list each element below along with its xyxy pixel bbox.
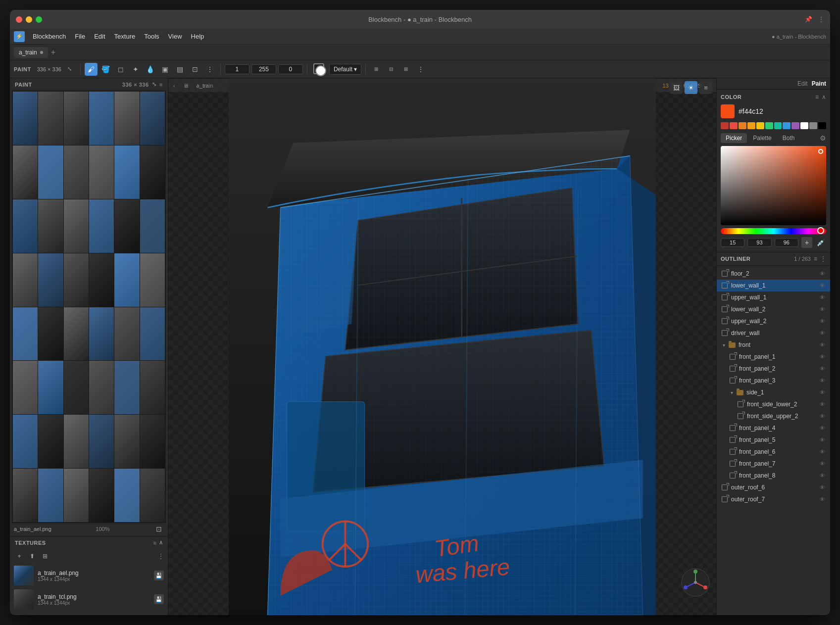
overlay-tool[interactable]: ▤ — [174, 63, 187, 76]
s-input[interactable] — [747, 238, 771, 247]
outliner-row-fp6[interactable]: front_panel_6 👁 — [717, 446, 830, 458]
default-mode-selector[interactable]: Default ▾ — [329, 64, 361, 75]
palette-0[interactable] — [721, 122, 729, 129]
outliner-row-fsl2[interactable]: front_side_lower_2 👁 — [717, 398, 830, 410]
menu-file[interactable]: File — [71, 31, 89, 42]
outliner-row-lower-wall2[interactable]: lower_wall_2 👁 — [717, 303, 830, 315]
textures-more[interactable]: ⋮ — [158, 553, 164, 560]
visibility-fp5[interactable]: 👁 — [818, 436, 826, 444]
eraser-tool[interactable]: ◻ — [114, 63, 127, 76]
visibility-fp2[interactable]: 👁 — [818, 365, 826, 373]
visibility-front[interactable]: 👁 — [818, 341, 826, 349]
tab-atrain[interactable]: a_train — [14, 47, 48, 58]
outliner-row-fp8[interactable]: front_panel_8 👁 — [717, 470, 830, 481]
palette-9[interactable] — [800, 122, 808, 129]
view-mode-btn-2[interactable]: ⊟ — [385, 63, 397, 76]
outliner-row-side1-group[interactable]: ▾ side_1 👁 — [717, 386, 830, 398]
background-color[interactable] — [315, 65, 326, 76]
palette-5[interactable] — [765, 122, 773, 129]
clone-tool[interactable]: ✦ — [129, 63, 142, 76]
panel-options[interactable]: ≡ — [159, 82, 163, 88]
visibility-fsl2[interactable]: 👁 — [818, 400, 826, 408]
image-view-btn[interactable]: 🖼 — [670, 81, 683, 94]
visibility-upper-wall2[interactable]: 👁 — [818, 317, 826, 325]
grid-texture-btn[interactable]: ⊞ — [40, 551, 50, 562]
menu-view[interactable]: View — [164, 31, 186, 42]
texture-canvas[interactable] — [12, 91, 166, 523]
maximize-button[interactable] — [36, 16, 42, 23]
outliner-row-or7[interactable]: outer_roof_7 👁 — [717, 493, 830, 505]
color-options[interactable]: ≡ — [815, 94, 819, 100]
texture-item-0[interactable]: a_train_ael.png 1344 x 1344px 💾 — [10, 564, 168, 587]
palette-6[interactable] — [774, 122, 782, 129]
palette-10[interactable] — [809, 122, 817, 129]
expand-canvas-btn[interactable]: ⊡ — [154, 524, 164, 534]
both-tab[interactable]: Both — [778, 133, 800, 143]
visibility-or7[interactable]: 👁 — [818, 495, 826, 503]
palette-8[interactable] — [791, 122, 799, 129]
sun-btn[interactable]: ☀ — [685, 81, 697, 94]
visibility-fp7[interactable]: 👁 — [818, 460, 826, 468]
textures-chevron[interactable]: ∧ — [159, 539, 163, 546]
menu-help[interactable]: Help — [187, 31, 208, 42]
eyedropper-btn[interactable]: 💉 — [815, 237, 826, 248]
palette-7[interactable] — [783, 122, 791, 129]
visibility-upper-wall1[interactable]: 👁 — [818, 293, 826, 301]
outliner-row-front-panel1[interactable]: front_panel_1 👁 — [717, 351, 830, 363]
texture-item-1[interactable]: a_train_tcl.png 1344 x 1344px 💾 — [10, 587, 168, 611]
visibility-fsu2[interactable]: 👁 — [818, 412, 826, 420]
minimize-button[interactable] — [26, 16, 32, 23]
visibility-or6[interactable]: 👁 — [818, 483, 826, 491]
palette-tab[interactable]: Palette — [748, 133, 776, 143]
palette-2[interactable] — [739, 122, 746, 129]
visibility-fp4[interactable]: 👁 — [818, 424, 826, 432]
outliner-more[interactable]: ⋮ — [820, 255, 826, 262]
color-chevron[interactable]: ∧ — [822, 94, 826, 100]
menu-edit[interactable]: Edit — [90, 31, 109, 42]
h-input[interactable] — [721, 238, 744, 247]
tab-paint[interactable]: Paint — [812, 80, 826, 87]
more-icon[interactable]: ⋮ — [818, 16, 824, 23]
save-texture-1[interactable]: 💾 — [154, 594, 164, 604]
size-input-1[interactable] — [225, 64, 249, 74]
import-texture-btn[interactable]: ⬆ — [27, 551, 38, 562]
more-tools[interactable]: ⋮ — [203, 63, 216, 76]
outliner-row-driver-wall[interactable]: driver_wall 👁 — [717, 327, 830, 339]
outliner-row-fp7[interactable]: front_panel_7 👁 — [717, 458, 830, 470]
viewport[interactable]: Tom was here — [168, 78, 716, 615]
palette-1[interactable] — [730, 122, 738, 129]
menu-tools[interactable]: Tools — [140, 31, 163, 42]
outliner-row-fp4[interactable]: front_panel_4 👁 — [717, 422, 830, 434]
tab-add-button[interactable]: + — [51, 48, 55, 57]
hue-slider[interactable] — [721, 228, 826, 234]
visibility-lower-wall1[interactable]: 👁 — [818, 282, 826, 289]
outliner-row-front-group[interactable]: ▾ front 👁 — [717, 339, 830, 351]
tab-edit[interactable]: Edit — [797, 80, 808, 87]
palette-3[interactable] — [747, 122, 755, 129]
resize-icon[interactable]: ⤡ — [63, 63, 76, 76]
close-button[interactable] — [16, 16, 22, 23]
visibility-fp8[interactable]: 👁 — [818, 472, 826, 480]
grid-view-btn[interactable]: ⊞ — [399, 63, 412, 76]
visibility-lower-wall2[interactable]: 👁 — [818, 305, 826, 313]
more-view-btn[interactable]: ⋮ — [414, 63, 427, 76]
outliner-options[interactable]: ≡ — [814, 255, 817, 262]
outliner-row-floor2[interactable]: floor_2 👁 — [717, 268, 830, 280]
size-input-3[interactable] — [278, 64, 303, 74]
outliner-row-front-panel2[interactable]: front_panel_2 👁 — [717, 363, 830, 375]
outliner-row-or6[interactable]: outer_roof_6 👁 — [717, 481, 830, 493]
outliner-row-lower-wall1[interactable]: lower_wall_1 👁 — [717, 280, 830, 291]
colorpicker-tool[interactable]: 💧 — [144, 63, 157, 76]
outliner-row-fsu2[interactable]: front_side_upper_2 👁 — [717, 410, 830, 422]
save-texture-0[interactable]: 💾 — [154, 571, 164, 580]
color-picker-widget[interactable] — [311, 61, 327, 77]
visibility-fp6[interactable]: 👁 — [818, 448, 826, 456]
fill-region-tool[interactable]: ▣ — [159, 63, 172, 76]
palette-4[interactable] — [756, 122, 764, 129]
view-mode-btn-1[interactable]: ⊞ — [370, 63, 383, 76]
visibility-driver-wall[interactable]: 👁 — [818, 329, 826, 337]
add-color-btn[interactable]: + — [801, 237, 812, 248]
visibility-side1[interactable]: 👁 — [818, 388, 826, 396]
palette-11[interactable] — [818, 122, 826, 129]
size-input-2[interactable] — [251, 64, 276, 74]
